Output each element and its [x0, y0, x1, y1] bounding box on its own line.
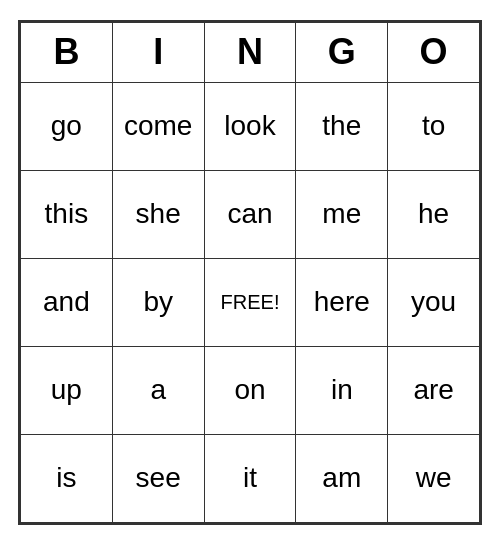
header-b: B [21, 22, 113, 82]
table-row: andbyFREE!hereyou [21, 258, 480, 346]
table-cell: she [112, 170, 204, 258]
table-row: thisshecanmehe [21, 170, 480, 258]
table-cell: me [296, 170, 388, 258]
table-cell: go [21, 82, 113, 170]
header-i: I [112, 22, 204, 82]
table-cell: up [21, 346, 113, 434]
table-cell: we [388, 434, 480, 522]
table-row: gocomelooktheto [21, 82, 480, 170]
table-cell: in [296, 346, 388, 434]
table-cell: and [21, 258, 113, 346]
table-cell: on [204, 346, 296, 434]
header-o: O [388, 22, 480, 82]
table-cell: am [296, 434, 388, 522]
table-cell: see [112, 434, 204, 522]
bingo-card: B I N G O gocomelookthetothisshecanmehea… [18, 20, 482, 525]
table-cell: can [204, 170, 296, 258]
table-cell: this [21, 170, 113, 258]
table-cell: look [204, 82, 296, 170]
table-cell: by [112, 258, 204, 346]
table-cell: is [21, 434, 113, 522]
table-cell: FREE! [204, 258, 296, 346]
table-cell: come [112, 82, 204, 170]
header-n: N [204, 22, 296, 82]
table-cell: to [388, 82, 480, 170]
table-cell: here [296, 258, 388, 346]
table-cell: a [112, 346, 204, 434]
table-cell: are [388, 346, 480, 434]
table-cell: you [388, 258, 480, 346]
header-g: G [296, 22, 388, 82]
bingo-table: B I N G O gocomelookthetothisshecanmehea… [20, 22, 480, 523]
header-row: B I N G O [21, 22, 480, 82]
table-cell: it [204, 434, 296, 522]
table-cell: the [296, 82, 388, 170]
table-row: isseeitamwe [21, 434, 480, 522]
table-cell: he [388, 170, 480, 258]
table-row: upaoninare [21, 346, 480, 434]
